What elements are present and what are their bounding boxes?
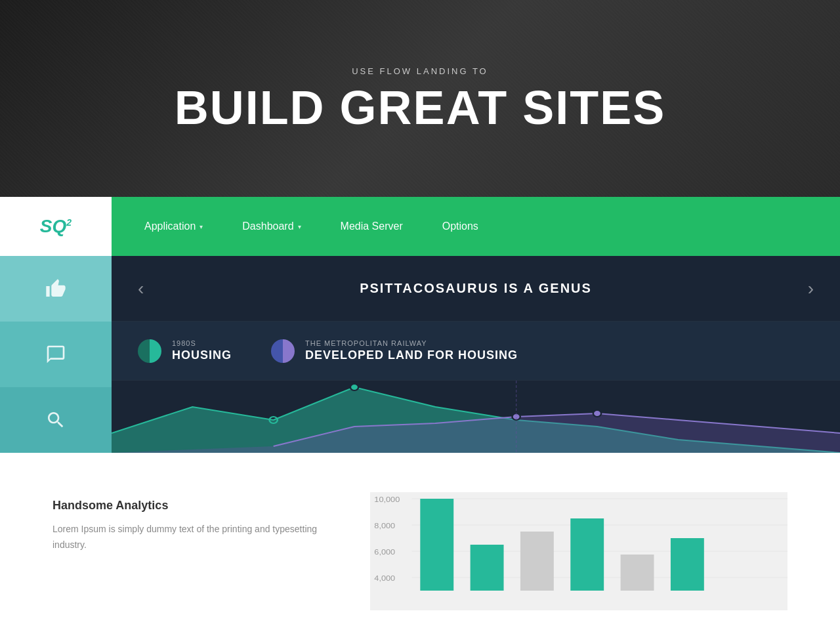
nav-item-dashboard[interactable]: Dashboard ▾ (222, 197, 320, 256)
white-section: Handsome Analytics Lorem Ipsum is simply… (0, 453, 840, 630)
logo-sup: 2 (66, 217, 72, 228)
stat-icon-1 (138, 339, 161, 363)
sidebar: SQ2 (0, 197, 112, 453)
nav-item-media-server[interactable]: Media Server (321, 197, 423, 256)
stat-decade: 1980s (172, 339, 232, 347)
stat-item-housing: 1980s HOUSING (138, 339, 232, 363)
hero-content: USE FLOW LANDING TO BUILD GREAT SITES (175, 66, 666, 131)
sidebar-item-search[interactable] (0, 387, 112, 453)
svg-point-2 (350, 384, 358, 390)
bar-3 (520, 532, 554, 591)
stat-value-2: DEVELOPED LAND FOR HOUSING (305, 348, 518, 362)
slider-prev-button[interactable]: ‹ (125, 272, 157, 306)
bar-1 (420, 499, 453, 591)
stat-text-1: 1980s HOUSING (172, 339, 232, 362)
slider-title: PSITTACOSAURUS IS A GENUS (157, 281, 794, 296)
search-icon (45, 410, 66, 430)
bar-chart-container: 10,000 8,000 6,000 4,000 (370, 492, 788, 610)
sidebar-logo: SQ2 (0, 197, 112, 256)
nav-item-application[interactable]: Application ▾ (125, 197, 222, 256)
stat-item-metropolitan: The Metropolitan Railway DEVELOPED LAND … (271, 339, 518, 363)
nav-arrow-dashboard: ▾ (298, 223, 301, 230)
line-chart-svg (112, 381, 840, 453)
analytics-title: Handsome Analytics (52, 499, 331, 513)
navbar: Application ▾ Dashboard ▾ Media Server O… (112, 197, 840, 256)
analytics-text: Handsome Analytics Lorem Ipsum is simply… (52, 492, 331, 553)
slider-next-button[interactable]: › (795, 272, 827, 306)
bar-5 (621, 555, 654, 591)
stat-icon-2 (271, 339, 295, 363)
bar-2 (471, 545, 504, 591)
hero-subtitle: USE FLOW LANDING TO (175, 66, 666, 76)
sidebar-item-comment[interactable] (0, 322, 112, 387)
main-content: Application ▾ Dashboard ▾ Media Server O… (112, 197, 840, 453)
bar-6 (671, 538, 704, 591)
stat-value-1: HOUSING (172, 348, 232, 362)
stat-context: The Metropolitan Railway (305, 339, 518, 347)
stat-text-2: The Metropolitan Railway DEVELOPED LAND … (305, 339, 518, 362)
hero-section: USE FLOW LANDING TO BUILD GREAT SITES (0, 0, 840, 197)
stats-row: 1980s HOUSING The Metropolitan Railway D… (112, 322, 840, 381)
line-chart-area (112, 381, 840, 453)
y-label-6000: 6,000 (374, 549, 395, 555)
logo-text: SQ2 (40, 216, 72, 237)
y-label-10000: 10,000 (374, 496, 400, 503)
analytics-description: Lorem Ipsum is simply dummy text of the … (52, 522, 331, 553)
nav-arrow-application: ▾ (200, 223, 203, 230)
bar-chart-svg: 10,000 8,000 6,000 4,000 (370, 492, 788, 610)
slider-section: ‹ PSITTACOSAURUS IS A GENUS › (112, 256, 840, 322)
sidebar-item-like[interactable] (0, 256, 112, 322)
y-label-8000: 8,000 (374, 522, 395, 529)
comment-icon (45, 344, 66, 365)
nav-item-options[interactable]: Options (423, 197, 498, 256)
bar-4 (570, 518, 604, 591)
hero-title: BUILD GREAT SITES (175, 84, 666, 131)
y-label-4000: 4,000 (374, 575, 395, 581)
thumbsup-icon (45, 278, 66, 299)
app-ui-section: SQ2 Application ▾ Dashb (0, 197, 840, 453)
svg-point-5 (593, 410, 601, 417)
